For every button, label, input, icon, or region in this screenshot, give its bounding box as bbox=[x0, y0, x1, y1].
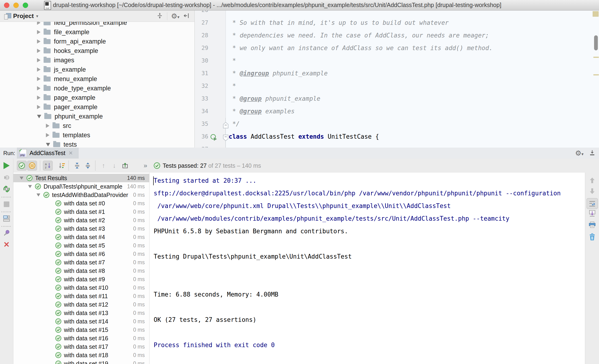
chevron-down-icon[interactable] bbox=[20, 177, 23, 180]
chevron-right-icon[interactable] bbox=[37, 22, 41, 25]
scroll-up-button[interactable] bbox=[585, 177, 599, 184]
soft-wrap-toggle[interactable] bbox=[585, 198, 599, 209]
test-tree-row[interactable]: with data set #80 ms bbox=[13, 266, 149, 275]
project-tree-item-hooks_example[interactable]: hooks_example bbox=[0, 46, 194, 55]
rerun-button[interactable] bbox=[0, 162, 13, 169]
run-settings-button[interactable]: ⚙▾ bbox=[575, 150, 583, 157]
toggle-auto-test-button[interactable] bbox=[0, 185, 13, 193]
chevron-right-icon[interactable] bbox=[37, 58, 41, 62]
close-run-panel-button[interactable]: ✕ bbox=[0, 241, 13, 248]
test-tree-row[interactable]: with data set #10 ms bbox=[13, 208, 149, 216]
test-tree-row[interactable]: testAddWithBadDataProvider0 ms bbox=[13, 191, 149, 199]
project-tree-item-js_example[interactable]: js_example bbox=[0, 65, 194, 74]
hide-panel-icon[interactable] bbox=[183, 12, 190, 20]
editor-line-26[interactable]: 26 bbox=[195, 10, 599, 16]
chevron-right-icon[interactable] bbox=[37, 39, 41, 44]
chevron-right-icon[interactable] bbox=[46, 133, 49, 137]
chevron-down-icon[interactable] bbox=[28, 185, 32, 188]
test-tree-row[interactable]: with data set #50 ms bbox=[13, 241, 149, 250]
minimize-window-button[interactable] bbox=[13, 3, 19, 8]
chevron-right-icon[interactable] bbox=[37, 96, 41, 100]
test-tree-row[interactable]: with data set #170 ms bbox=[13, 342, 149, 351]
editor-line-34[interactable]: 34 * @group examples bbox=[195, 105, 599, 118]
close-window-button[interactable] bbox=[4, 3, 9, 8]
project-tree-item-file_example[interactable]: file_example bbox=[0, 27, 194, 37]
code-editor[interactable]: 2627 * So with that in mind, it's up to … bbox=[195, 10, 599, 148]
test-tree-row[interactable]: with data set #70 ms bbox=[13, 258, 149, 266]
test-tree-row[interactable]: with data set #190 ms bbox=[13, 359, 149, 364]
warning-stripe-mark[interactable] bbox=[593, 57, 599, 58]
restore-layout-button[interactable] bbox=[0, 215, 13, 222]
editor-line-33[interactable]: 33 * @group phpunit_example bbox=[195, 92, 599, 105]
collapse-all-icon[interactable] bbox=[156, 12, 163, 20]
project-tree-item-phpunit_example[interactable]: phpunit_example bbox=[0, 112, 194, 121]
editor-line-37[interactable]: 37 bbox=[195, 143, 599, 148]
editor-line-36[interactable]: 36class AddClassTest extends UnitTestCas… bbox=[195, 130, 599, 143]
editor-line-27[interactable]: 27 * So with that in mind, it's up to us… bbox=[195, 16, 599, 29]
more-actions-chevron[interactable]: » bbox=[144, 162, 147, 169]
project-tree-item-field_permission_example[interactable]: field_permission_example bbox=[0, 22, 194, 27]
pin-tab-button[interactable] bbox=[0, 230, 13, 237]
project-tree-item-src[interactable]: src bbox=[0, 121, 194, 131]
run-test-gutter-icon[interactable] bbox=[210, 133, 218, 140]
scroll-to-end-button[interactable] bbox=[585, 209, 599, 217]
project-tree-item-node_type_example[interactable]: node_type_example bbox=[0, 84, 194, 93]
chevron-down-icon[interactable] bbox=[37, 115, 41, 118]
chevron-right-icon[interactable] bbox=[46, 124, 49, 128]
editor-line-28[interactable]: 28 * dependencies we need. In the case o… bbox=[195, 29, 599, 42]
show-ignored-toggle[interactable] bbox=[27, 161, 37, 170]
hide-run-panel-icon[interactable] bbox=[589, 149, 596, 157]
clear-console-button[interactable] bbox=[585, 233, 599, 241]
zoom-window-button[interactable] bbox=[23, 3, 28, 8]
chevron-right-icon[interactable] bbox=[37, 77, 41, 81]
chevron-right-icon[interactable] bbox=[37, 105, 41, 109]
rerun-failed-tests-button[interactable] bbox=[0, 175, 13, 182]
project-tree-item-templates[interactable]: templates bbox=[0, 131, 194, 140]
project-tree-item-pager_example[interactable]: pager_example bbox=[0, 102, 194, 112]
previous-failed-test-button[interactable]: ↑ bbox=[99, 161, 108, 170]
test-tree-row[interactable]: with data set #150 ms bbox=[13, 326, 149, 334]
chevron-down-icon[interactable] bbox=[46, 143, 50, 146]
project-view-selector[interactable]: Project ▾ bbox=[4, 10, 38, 22]
editor-line-35[interactable]: 35 */ bbox=[195, 118, 599, 130]
run-tab-addclasstest[interactable]: ✓ php AddClassTest ✕ bbox=[17, 148, 79, 159]
fold-marker-icon[interactable] bbox=[222, 133, 229, 140]
project-tree-item-menu_example[interactable]: menu_example bbox=[0, 74, 194, 84]
test-tree-row[interactable]: with data set #20 ms bbox=[13, 216, 149, 224]
test-tree-row[interactable]: with data set #120 ms bbox=[13, 300, 149, 309]
test-tree-row[interactable]: with data set #140 ms bbox=[13, 317, 149, 326]
print-button[interactable] bbox=[585, 221, 599, 228]
warning-stripe-mark[interactable] bbox=[593, 74, 599, 75]
scroll-down-button[interactable] bbox=[585, 188, 599, 195]
editor-line-31[interactable]: 31 * @ingroup phpunit_example bbox=[195, 67, 599, 80]
project-tree-item-images[interactable]: images bbox=[0, 55, 194, 65]
stop-button[interactable] bbox=[0, 201, 13, 207]
editor-line-32[interactable]: 32 * bbox=[195, 80, 599, 92]
test-tree-row[interactable]: Test Results140 ms bbox=[13, 174, 149, 182]
test-tree-row[interactable]: with data set #30 ms bbox=[13, 224, 149, 233]
test-tree-row[interactable]: with data set #60 ms bbox=[13, 250, 149, 258]
chevron-right-icon[interactable] bbox=[37, 30, 41, 34]
next-failed-test-button[interactable]: ↓ bbox=[109, 161, 119, 170]
test-tree-row[interactable]: with data set #110 ms bbox=[13, 292, 149, 300]
test-tree-row[interactable]: with data set #40 ms bbox=[13, 233, 149, 241]
close-icon[interactable]: ✕ bbox=[69, 150, 73, 156]
collapse-all-button[interactable] bbox=[83, 161, 93, 170]
expand-all-button[interactable] bbox=[72, 161, 82, 170]
project-tree-item-page_example[interactable]: page_example bbox=[0, 93, 194, 102]
project-tree-item-form_api_example[interactable]: form_api_example bbox=[0, 37, 194, 46]
test-tree-row[interactable]: with data set #180 ms bbox=[13, 351, 149, 359]
test-console[interactable]: Testing started at 20:37 ...sftp://docke… bbox=[150, 173, 585, 364]
test-tree-row[interactable]: Drupal\Tests\phpunit_example140 ms bbox=[13, 182, 149, 191]
editor-line-29[interactable]: 29 * we only want an instance of AddClas… bbox=[195, 42, 599, 54]
show-passed-toggle[interactable] bbox=[17, 161, 27, 170]
test-tree-row[interactable]: with data set #130 ms bbox=[13, 309, 149, 317]
chevron-right-icon[interactable] bbox=[37, 86, 41, 90]
test-tree-row[interactable]: with data set #90 ms bbox=[13, 275, 149, 284]
import-test-results-button[interactable] bbox=[120, 161, 130, 170]
editor-line-30[interactable]: 30 * bbox=[195, 54, 599, 67]
project-tree-item-tests[interactable]: tests bbox=[0, 140, 194, 148]
test-tree-row[interactable]: with data set #00 ms bbox=[13, 199, 149, 208]
chevron-right-icon[interactable] bbox=[37, 67, 41, 72]
fold-marker-icon[interactable] bbox=[222, 120, 229, 128]
